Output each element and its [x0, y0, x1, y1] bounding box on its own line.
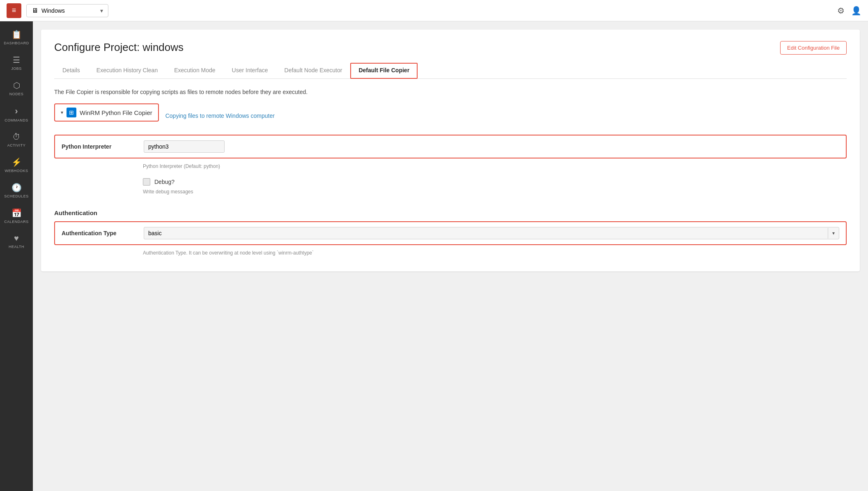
sidebar-item-health[interactable]: ♥ HEALTH [0, 229, 33, 254]
topbar-right: ⚙ 👤 [837, 6, 861, 16]
app-logo[interactable]: ≡ [7, 3, 21, 18]
edit-config-button[interactable]: Edit Configuration File [780, 41, 847, 55]
debug-checkbox-row: Debug? [54, 173, 847, 187]
plugin-selector[interactable]: ▾ ⊞ WinRM Python File Copier [54, 103, 159, 122]
auth-type-section: Authentication Type basic ▾ [54, 221, 847, 245]
topbar-left: ≡ 🖥 Windows ▾ [7, 3, 108, 18]
content-area: Configure Project: windows Edit Configur… [33, 21, 868, 491]
sidebar-label-dashboard: DASHBOARD [4, 41, 29, 45]
tab-default-node-executor[interactable]: Default Node Executor [276, 63, 351, 79]
health-icon: ♥ [14, 234, 19, 243]
jobs-icon: ☰ [13, 55, 20, 65]
sidebar-label-activity: ACTIVITY [7, 143, 26, 147]
logo-symbol: ≡ [12, 6, 16, 15]
debug-label: Debug? [154, 179, 175, 185]
auth-type-select[interactable]: basic ▾ [144, 227, 839, 239]
page-header: Configure Project: windows Edit Configur… [54, 41, 847, 55]
python-interpreter-row: Python Interpreter [54, 135, 847, 158]
tab-default-file-copier[interactable]: Default File Copier [350, 63, 418, 79]
python-interpreter-section: Python Interpreter [54, 135, 847, 158]
auth-type-row: Authentication Type basic ▾ [54, 221, 847, 245]
page-title: Configure Project: windows [54, 41, 184, 54]
auth-type-label: Authentication Type [62, 230, 144, 236]
tab-execution-mode[interactable]: Execution Mode [166, 63, 223, 79]
project-label: Windows [41, 7, 65, 14]
sidebar-item-calendars[interactable]: 📅 CALENDARS [0, 203, 33, 229]
sidebar-label-calendars: CALENDARS [4, 220, 29, 224]
schedules-icon: 🕐 [11, 183, 22, 193]
sidebar-item-activity[interactable]: ⏱ ACTIVITY [0, 127, 33, 152]
calendars-icon: 📅 [11, 208, 22, 218]
dashboard-icon: 📋 [11, 30, 22, 39]
main-layout: 📋 DASHBOARD ☰ JOBS ⬡ NODES › COMMANDS ⏱ … [0, 21, 868, 491]
sidebar-item-dashboard[interactable]: 📋 DASHBOARD [0, 25, 33, 50]
commands-icon: › [15, 106, 18, 117]
sidebar-label-schedules: SCHEDULES [4, 194, 29, 198]
plugin-name: WinRM Python File Copier [80, 109, 152, 116]
sidebar: 📋 DASHBOARD ☰ JOBS ⬡ NODES › COMMANDS ⏱ … [0, 21, 33, 491]
webhooks-icon: ⚡ [11, 157, 22, 167]
auth-type-hint: Authentication Type. It can be overwriti… [54, 248, 847, 260]
plugin-chevron-icon: ▾ [61, 110, 63, 115]
winrm-logo-icon: ⊞ [67, 108, 76, 117]
python-interpreter-label: Python Interpreter [62, 143, 144, 150]
tab-user-interface[interactable]: User Interface [224, 63, 276, 79]
sidebar-item-jobs[interactable]: ☰ JOBS [0, 50, 33, 76]
tabs-bar: Details Execution History Clean Executio… [54, 63, 847, 79]
settings-icon[interactable]: ⚙ [837, 6, 845, 16]
debug-checkbox[interactable] [143, 178, 150, 186]
auth-section-title: Authentication [54, 209, 847, 216]
sidebar-label-commands: COMMANDS [5, 118, 28, 122]
debug-hint: Write debug messages [54, 187, 847, 201]
sidebar-label-health: HEALTH [9, 245, 24, 249]
python-interpreter-hint: Python Interpreter (Default: python) [54, 162, 847, 173]
sidebar-item-nodes[interactable]: ⬡ NODES [0, 76, 33, 101]
plugin-link[interactable]: Copying files to remote Windows computer [165, 112, 275, 119]
sidebar-label-nodes: NODES [9, 92, 24, 96]
sidebar-item-commands[interactable]: › COMMANDS [0, 101, 33, 127]
sidebar-item-schedules[interactable]: 🕐 SCHEDULES [0, 178, 33, 203]
plugin-row: ▾ ⊞ WinRM Python File Copier Copying fil… [54, 103, 847, 128]
nodes-icon: ⬡ [13, 80, 20, 90]
python-interpreter-input[interactable] [144, 140, 225, 153]
auth-type-value: basic [144, 227, 828, 239]
user-icon[interactable]: 👤 [851, 6, 861, 16]
sidebar-label-webhooks: WEBHOOKS [5, 169, 28, 173]
auth-select-chevron-icon: ▾ [828, 228, 839, 239]
sidebar-item-webhooks[interactable]: ⚡ WEBHOOKS [0, 152, 33, 178]
project-selector[interactable]: 🖥 Windows ▾ [26, 4, 108, 17]
tab-execution-history[interactable]: Execution History Clean [88, 63, 166, 79]
project-icon: 🖥 [32, 7, 38, 14]
activity-icon: ⏱ [12, 132, 21, 142]
topbar: ≡ 🖥 Windows ▾ ⚙ 👤 [0, 0, 868, 21]
page-description: The File Copier is responsible for copyi… [54, 89, 847, 95]
page-card: Configure Project: windows Edit Configur… [41, 30, 860, 271]
tab-details[interactable]: Details [54, 63, 88, 79]
sidebar-label-jobs: JOBS [11, 67, 22, 71]
chevron-down-icon: ▾ [100, 7, 103, 14]
